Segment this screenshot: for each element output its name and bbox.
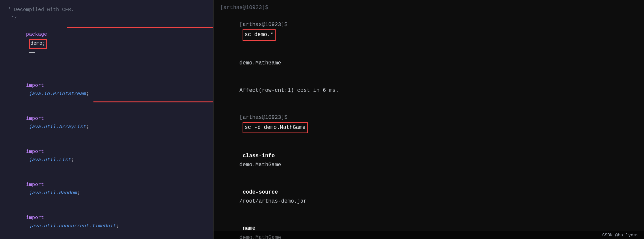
pkg-arrow-marker: —— [26,50,35,55]
semi2: ; [86,124,89,130]
code-line-comment1: * Decompiled with CFR. [8,6,205,14]
key-name: name [240,225,307,231]
kw-import3: import [26,149,44,155]
import-path4: java.util.Random [29,190,77,196]
sp-t2 [240,125,243,131]
terminal-row-class-info: class-info demo.MathGame [220,143,637,179]
package-name: demo; [30,41,45,46]
key-class-info: class-info [240,153,304,159]
keyword-package: package [26,32,47,37]
code-line-import2: import java.util.ArrayList; [8,106,205,140]
code-line-package: package demo; —— [8,23,205,65]
sp3 [26,157,29,163]
semi4: ; [77,190,80,196]
sp2 [26,124,29,130]
affect-text: Affect(row-cnt:1) cost in 6 ms. [240,87,339,93]
sp1 [26,91,29,97]
prompt2: [arthas@10923]$ [240,114,288,121]
code-line-import4: import java.util.Random; [8,173,205,206]
val-code-source: /root/arthas-demo.jar [240,198,307,204]
key-code-source: code-source [240,189,307,195]
terminal-line-affect: Affect(row-cnt:1) cost in 6 ms. [220,77,637,104]
sp-t1 [240,32,243,38]
code-line-import1: import java.io.PrintStream; [8,73,205,106]
cmd1-box: sc demo.* [243,29,275,40]
terminal-line-cmd1: [arthas@10923]$ sc demo.* [220,11,637,50]
kw-import4: import [26,182,44,188]
package-name-box: demo; [29,39,47,49]
attribution-text: CSDN @ha_lydms [602,233,639,238]
terminal-row-code-source: code-source /root/arthas-demo.jar [220,179,637,215]
terminal-panel: [arthas@10923]$ [arthas@10923]$ sc demo.… [214,0,644,239]
code-line-import3: import java.util.List; [8,140,205,173]
cmd2-box: sc -d demo.MathGame [243,122,307,133]
terminal-top-partial: [arthas@10923]$ [220,5,637,11]
cmd1-text: sc demo.* [245,32,273,38]
sp5 [26,223,29,229]
import-path1: java.io.PrintStream [29,91,86,97]
semi3: ; [71,157,74,163]
main-container: * Decompiled with CFR. */ package demo; … [0,0,644,239]
kw-import2: import [26,116,44,122]
code-line-comment2: */ [8,14,205,23]
import-path2: java.util.ArrayList [29,124,86,130]
import-path3: java.util.List [29,157,71,163]
sp4 [26,190,29,196]
code-line-blank1 [8,65,205,73]
terminal-line-cmd2: [arthas@10923]$ sc -d demo.MathGame [220,104,637,143]
bottom-bar: CSDN @ha_lydms [214,231,644,239]
result1: demo.MathGame [240,60,281,66]
semi1: ; [86,91,89,97]
prompt1: [arthas@10923]$ [240,22,288,28]
val-class-info: demo.MathGame [240,162,281,168]
import-path5: java.util.concurrent.TimeUnit [29,223,116,229]
kw-import1: import [26,83,44,88]
code-panel: * Decompiled with CFR. */ package demo; … [0,0,214,239]
code-line-import5: import java.util.concurrent.TimeUnit; [8,206,205,239]
semi5: ; [116,223,119,229]
code-space [26,41,29,46]
cmd2-text: sc -d demo.MathGame [245,125,305,131]
kw-import5: import [26,215,44,221]
terminal-line-result1: demo.MathGame [220,50,637,77]
